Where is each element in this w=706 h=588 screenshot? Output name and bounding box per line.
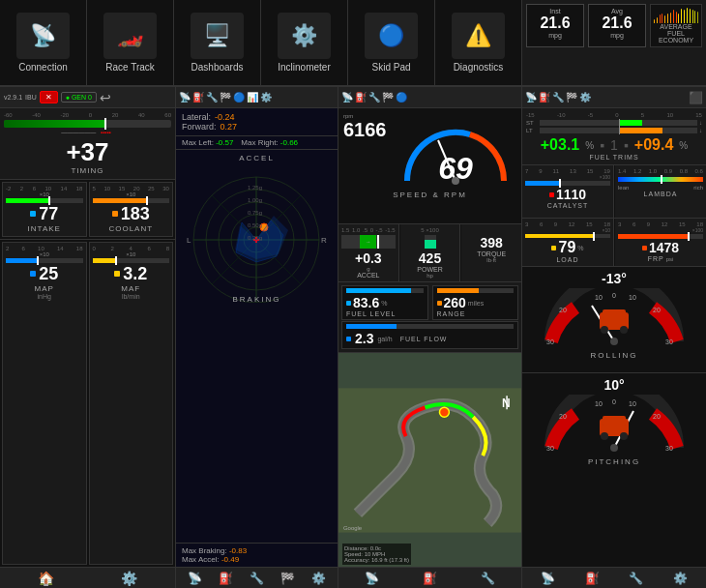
ct-icon-7[interactable]: ⚙️ — [260, 92, 272, 103]
inst-mpg-unit: mpg — [548, 32, 562, 39]
radar-chart: ACCEL L R — [176, 150, 338, 543]
braking-label: BRAKING — [232, 295, 280, 304]
nav-item-connection[interactable]: 📡 Connection — [0, 0, 87, 85]
cbt-icon-4[interactable]: 🏁 — [280, 572, 295, 585]
mgt-icon-5[interactable]: 🔵 — [396, 92, 407, 103]
lambda-panel: 1.41.21.00.90.80.6 lean rich LAMBDA — [615, 165, 706, 218]
stop-button[interactable]: ✕ — [40, 91, 58, 103]
center-toolbar: 📡 ⛽ 🔧 🏁 🔵 📊 ⚙️ — [176, 87, 338, 108]
rt-icon-1[interactable]: 📡 — [525, 92, 537, 103]
rt-icon-2[interactable]: ⛽ — [539, 92, 550, 103]
nav-item-race-track[interactable]: 🏎️ Race Track — [87, 0, 174, 85]
rt-icon-3[interactable]: 🔧 — [552, 92, 564, 103]
forward-label: Forward: — [182, 122, 217, 132]
race-track-label: Race Track — [105, 62, 155, 73]
svg-text:R: R — [321, 236, 327, 245]
svg-point-42 — [620, 326, 628, 334]
avg-mpg-panel: Avg 21.6 mpg — [588, 4, 646, 47]
pitching-label: PITCHING — [588, 457, 640, 466]
fuel-trims-label: FUEL TRIMS — [526, 154, 702, 161]
rpm-value: 6166 — [343, 119, 387, 141]
svg-text:10: 10 — [629, 294, 636, 301]
nav-item-dashboards[interactable]: 🖥️ Dashboards — [174, 0, 261, 85]
accel-panel: 1.51.0.50-.5-1.5 → +0.3 g ACCEL — [338, 224, 399, 281]
cbt-icon-2[interactable]: ⛽ — [219, 572, 233, 585]
svg-text:30: 30 — [665, 338, 673, 345]
ct-icon-1[interactable]: 📡 — [179, 92, 191, 103]
timing-panel: -60-40-200204060 —————— ▪▪▪▪▪ +37 TIMING — [0, 108, 175, 180]
mgt-icon-1[interactable]: 📡 — [341, 92, 353, 103]
avg-mpg-label: Avg — [611, 8, 623, 15]
svg-text:30: 30 — [546, 445, 554, 452]
svg-text:0: 0 — [612, 398, 616, 405]
cbt-icon-3[interactable]: 🔧 — [250, 572, 264, 585]
mbt-icon-3[interactable]: 🔧 — [481, 572, 495, 585]
lt-indicator: ↓ — [699, 128, 702, 133]
nav-item-inclinometer[interactable]: ⚙️ Inclinometer — [261, 0, 348, 85]
inst-mpg-panel: Inst 21.6 mpg — [526, 4, 584, 47]
back-icon[interactable]: ↩ — [100, 90, 111, 105]
frp-label: FRP — [648, 255, 664, 262]
rbt-icon-4[interactable]: ⚙️ — [673, 572, 688, 585]
bt-icon-2[interactable]: ⚙️ — [121, 571, 137, 586]
svg-text:0.50g: 0.50g — [248, 222, 262, 228]
rbt-icon-3[interactable]: 🔧 — [629, 572, 643, 585]
svg-text:1.25g: 1.25g — [248, 185, 262, 191]
map-panel: N Google Distance: 0.0c Speed: 10 MPH Ac… — [338, 353, 521, 567]
mbt-icon-2[interactable]: ⛽ — [423, 572, 437, 585]
ct-icon-5[interactable]: 🔵 — [233, 92, 245, 103]
skid-pad-icon: 🔵 — [365, 13, 418, 59]
connection-label: Connection — [18, 62, 68, 73]
toolbar: v2.9.1 IBU ✕ ● GEN 0 ↩ — [0, 87, 175, 108]
coolant-value: 183 — [121, 204, 150, 224]
coolant-panel: 51015202530 ×10 183 COOLANT — [89, 182, 174, 237]
svg-text:L: L — [187, 236, 191, 245]
nav-item-diagnostics[interactable]: ⚠️ Diagnostics — [435, 0, 522, 85]
ct-icon-2[interactable]: ⛽ — [192, 92, 204, 103]
rbt-icon-1[interactable]: 📡 — [541, 572, 555, 585]
svg-point-55 — [620, 432, 628, 440]
max-values-display: Max Left: -0.57 Max Right: -0.66 — [176, 136, 338, 150]
svg-text:20: 20 — [559, 413, 567, 420]
svg-text:20: 20 — [653, 307, 661, 313]
mgt-icon-4[interactable]: 🏁 — [382, 92, 394, 103]
mgt-icon-3[interactable]: 🔧 — [368, 92, 380, 103]
ct-icon-3[interactable]: 🔧 — [206, 92, 218, 103]
svg-rect-40 — [603, 309, 626, 319]
range-value: 260 — [444, 295, 466, 310]
svg-text:0.25g: 0.25g — [248, 235, 262, 241]
bt-icon-1[interactable]: 🏠 — [38, 571, 54, 586]
cbt-icon-1[interactable]: 📡 — [188, 572, 202, 585]
map-accuracy: Accuracy: 16.9 ft (17.3 ft) — [344, 557, 409, 563]
rbt-icon-2[interactable]: ⛽ — [585, 572, 600, 585]
torque-panel: 398 TORQUE lb·ft — [461, 224, 521, 281]
svg-point-54 — [601, 432, 608, 440]
gen-button[interactable]: ● GEN 0 — [61, 92, 97, 103]
speed-rpm-label: SPEED & RPM — [393, 191, 467, 199]
mgt-icon-2[interactable]: ⛽ — [355, 92, 367, 103]
rt-icon-6[interactable]: ⬛ — [689, 91, 703, 104]
svg-text:20: 20 — [653, 413, 661, 420]
svg-point-26 — [439, 407, 449, 417]
mbt-icon-1[interactable]: 📡 — [365, 572, 379, 585]
load-unit: % — [577, 245, 583, 251]
inst-mpg-value: 21.6 — [540, 15, 570, 32]
ct-icon-6[interactable]: 📊 — [247, 92, 258, 103]
frp-value: 1478 — [649, 240, 679, 255]
ct-icon-4[interactable]: 🏁 — [220, 92, 231, 103]
intake-label: INTAKE — [28, 224, 61, 233]
nav-item-skid-pad[interactable]: 🔵 Skid Pad — [348, 0, 435, 85]
max-braking-value: -0.83 — [229, 546, 247, 555]
center-bottom-toolbar: 📡 ⛽ 🔧 🏁 ⚙️ — [176, 567, 338, 588]
intake-panel: -226101418 ×10 77 INTAKE — [2, 182, 87, 237]
rt-icon-4[interactable]: 🏁 — [566, 92, 577, 103]
svg-text:0: 0 — [612, 292, 616, 299]
lateral-label: Lateral: — [182, 112, 211, 122]
rich-label: rich — [693, 185, 703, 191]
svg-text:10: 10 — [629, 400, 636, 407]
cbt-icon-5[interactable]: ⚙️ — [311, 572, 326, 585]
maf-label: MAF — [121, 284, 140, 293]
fuel-level-label: FUEL LEVEL — [346, 310, 424, 317]
rt-icon-5[interactable]: ⚙️ — [579, 92, 591, 103]
fuel-flow-panel: 2.3 gal/h FUEL FLOW — [341, 321, 518, 349]
